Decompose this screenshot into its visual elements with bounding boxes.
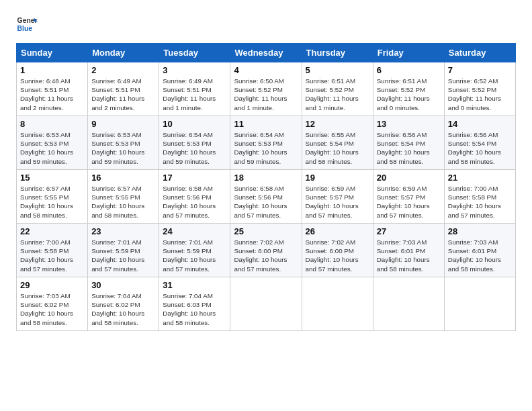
day-number: 20 [377, 173, 441, 183]
logo: General Blue [16, 13, 38, 35]
day-number: 22 [20, 226, 84, 236]
day-number: 30 [91, 280, 155, 290]
day-info: Sunrise: 6:53 AM Sunset: 5:53 PM Dayligh… [20, 130, 84, 166]
day-number: 1 [20, 65, 84, 75]
day-info: Sunrise: 7:01 AM Sunset: 5:59 PM Dayligh… [91, 238, 155, 273]
calendar-cell: 6 Sunrise: 6:51 AM Sunset: 5:52 PM Dayli… [373, 62, 444, 116]
col-header-friday: Friday [373, 44, 444, 62]
col-header-wednesday: Wednesday [230, 44, 302, 62]
day-number: 8 [20, 119, 84, 129]
day-number: 16 [91, 173, 155, 183]
day-number: 25 [234, 226, 298, 236]
calendar-cell: 24 Sunrise: 7:01 AM Sunset: 5:59 PM Dayl… [159, 224, 230, 277]
day-info: Sunrise: 6:57 AM Sunset: 5:55 PM Dayligh… [91, 184, 155, 220]
day-info: Sunrise: 6:54 AM Sunset: 5:53 PM Dayligh… [163, 130, 226, 166]
calendar-cell: 26 Sunrise: 7:02 AM Sunset: 6:00 PM Dayl… [302, 224, 373, 277]
calendar-cell: 25 Sunrise: 7:02 AM Sunset: 6:00 PM Dayl… [230, 224, 302, 277]
calendar-cell: 10 Sunrise: 6:54 AM Sunset: 5:53 PM Dayl… [159, 116, 230, 170]
day-info: Sunrise: 6:53 AM Sunset: 5:53 PM Dayligh… [91, 130, 155, 166]
day-info: Sunrise: 6:52 AM Sunset: 5:52 PM Dayligh… [448, 77, 512, 112]
day-info: Sunrise: 6:59 AM Sunset: 5:57 PM Dayligh… [377, 184, 441, 220]
svg-text:Blue: Blue [17, 25, 33, 32]
day-number: 27 [377, 226, 441, 236]
day-info: Sunrise: 7:02 AM Sunset: 6:00 PM Dayligh… [234, 238, 298, 273]
day-info: Sunrise: 6:50 AM Sunset: 5:52 PM Dayligh… [234, 77, 298, 112]
day-number: 15 [20, 173, 84, 183]
day-info: Sunrise: 6:51 AM Sunset: 5:52 PM Dayligh… [377, 77, 441, 112]
day-info: Sunrise: 6:58 AM Sunset: 5:56 PM Dayligh… [234, 184, 298, 220]
calendar-cell: 2 Sunrise: 6:49 AM Sunset: 5:51 PM Dayli… [88, 62, 159, 116]
day-number: 29 [20, 280, 84, 290]
day-number: 28 [448, 226, 512, 236]
day-info: Sunrise: 6:56 AM Sunset: 5:54 PM Dayligh… [448, 130, 512, 166]
day-info: Sunrise: 6:59 AM Sunset: 5:57 PM Dayligh… [306, 184, 369, 220]
day-info: Sunrise: 6:56 AM Sunset: 5:54 PM Dayligh… [377, 130, 441, 166]
calendar-cell: 22 Sunrise: 7:00 AM Sunset: 5:58 PM Dayl… [17, 224, 88, 277]
day-info: Sunrise: 7:03 AM Sunset: 6:01 PM Dayligh… [377, 238, 441, 273]
day-info: Sunrise: 6:55 AM Sunset: 5:54 PM Dayligh… [306, 130, 369, 166]
calendar-cell [230, 277, 302, 331]
calendar-cell: 4 Sunrise: 6:50 AM Sunset: 5:52 PM Dayli… [230, 62, 302, 116]
calendar-cell: 12 Sunrise: 6:55 AM Sunset: 5:54 PM Dayl… [302, 116, 373, 170]
day-info: Sunrise: 7:00 AM Sunset: 5:58 PM Dayligh… [448, 184, 512, 220]
day-info: Sunrise: 6:49 AM Sunset: 5:51 PM Dayligh… [163, 77, 226, 112]
calendar-week-row: 8 Sunrise: 6:53 AM Sunset: 5:53 PM Dayli… [17, 116, 516, 170]
col-header-sunday: Sunday [17, 44, 88, 62]
day-info: Sunrise: 6:49 AM Sunset: 5:51 PM Dayligh… [91, 77, 155, 112]
calendar-cell: 7 Sunrise: 6:52 AM Sunset: 5:52 PM Dayli… [444, 62, 515, 116]
day-number: 14 [448, 119, 512, 129]
calendar-cell: 23 Sunrise: 7:01 AM Sunset: 5:59 PM Dayl… [88, 224, 159, 277]
calendar-cell: 9 Sunrise: 6:53 AM Sunset: 5:53 PM Dayli… [88, 116, 159, 170]
calendar-cell [373, 277, 444, 331]
calendar-week-row: 22 Sunrise: 7:00 AM Sunset: 5:58 PM Dayl… [17, 224, 516, 277]
col-header-thursday: Thursday [302, 44, 373, 62]
page-header: General Blue [16, 13, 516, 35]
calendar-cell: 14 Sunrise: 6:56 AM Sunset: 5:54 PM Dayl… [444, 116, 515, 170]
calendar-week-row: 1 Sunrise: 6:48 AM Sunset: 5:51 PM Dayli… [17, 62, 516, 116]
day-info: Sunrise: 6:58 AM Sunset: 5:56 PM Dayligh… [163, 184, 226, 220]
col-header-saturday: Saturday [444, 44, 515, 62]
calendar-cell [444, 277, 515, 331]
calendar-cell: 17 Sunrise: 6:58 AM Sunset: 5:56 PM Dayl… [159, 170, 230, 224]
calendar-cell: 16 Sunrise: 6:57 AM Sunset: 5:55 PM Dayl… [88, 170, 159, 224]
calendar-cell: 19 Sunrise: 6:59 AM Sunset: 5:57 PM Dayl… [302, 170, 373, 224]
day-info: Sunrise: 7:04 AM Sunset: 6:02 PM Dayligh… [91, 291, 155, 327]
day-info: Sunrise: 7:02 AM Sunset: 6:00 PM Dayligh… [306, 238, 369, 273]
day-info: Sunrise: 6:54 AM Sunset: 5:53 PM Dayligh… [234, 130, 298, 166]
col-header-monday: Monday [88, 44, 159, 62]
calendar-cell: 8 Sunrise: 6:53 AM Sunset: 5:53 PM Dayli… [17, 116, 88, 170]
calendar-cell: 20 Sunrise: 6:59 AM Sunset: 5:57 PM Dayl… [373, 170, 444, 224]
day-info: Sunrise: 7:03 AM Sunset: 6:01 PM Dayligh… [448, 238, 512, 273]
col-header-tuesday: Tuesday [159, 44, 230, 62]
day-number: 2 [91, 65, 155, 75]
calendar-cell: 21 Sunrise: 7:00 AM Sunset: 5:58 PM Dayl… [444, 170, 515, 224]
day-number: 17 [163, 173, 226, 183]
calendar-cell: 11 Sunrise: 6:54 AM Sunset: 5:53 PM Dayl… [230, 116, 302, 170]
day-number: 19 [306, 173, 369, 183]
day-number: 21 [448, 173, 512, 183]
day-number: 4 [234, 65, 298, 75]
day-number: 6 [377, 65, 441, 75]
calendar-cell: 27 Sunrise: 7:03 AM Sunset: 6:01 PM Dayl… [373, 224, 444, 277]
calendar-cell: 3 Sunrise: 6:49 AM Sunset: 5:51 PM Dayli… [159, 62, 230, 116]
calendar-cell [302, 277, 373, 331]
day-number: 10 [163, 119, 226, 129]
logo-icon: General Blue [16, 13, 38, 35]
day-info: Sunrise: 6:51 AM Sunset: 5:52 PM Dayligh… [306, 77, 369, 112]
calendar-cell: 31 Sunrise: 7:04 AM Sunset: 6:03 PM Dayl… [159, 277, 230, 331]
day-number: 7 [448, 65, 512, 75]
calendar-week-row: 15 Sunrise: 6:57 AM Sunset: 5:55 PM Dayl… [17, 170, 516, 224]
calendar-cell: 29 Sunrise: 7:03 AM Sunset: 6:02 PM Dayl… [17, 277, 88, 331]
day-info: Sunrise: 6:57 AM Sunset: 5:55 PM Dayligh… [20, 184, 84, 220]
day-number: 3 [163, 65, 226, 75]
day-info: Sunrise: 7:03 AM Sunset: 6:02 PM Dayligh… [20, 291, 84, 327]
day-number: 9 [91, 119, 155, 129]
header-row: SundayMondayTuesdayWednesdayThursdayFrid… [17, 44, 516, 62]
day-number: 13 [377, 119, 441, 129]
day-info: Sunrise: 7:00 AM Sunset: 5:58 PM Dayligh… [20, 238, 84, 273]
day-info: Sunrise: 7:04 AM Sunset: 6:03 PM Dayligh… [163, 291, 226, 327]
day-number: 12 [306, 119, 369, 129]
calendar: SundayMondayTuesdayWednesdayThursdayFrid… [16, 43, 516, 331]
day-number: 26 [306, 226, 369, 236]
day-info: Sunrise: 6:48 AM Sunset: 5:51 PM Dayligh… [20, 77, 84, 112]
